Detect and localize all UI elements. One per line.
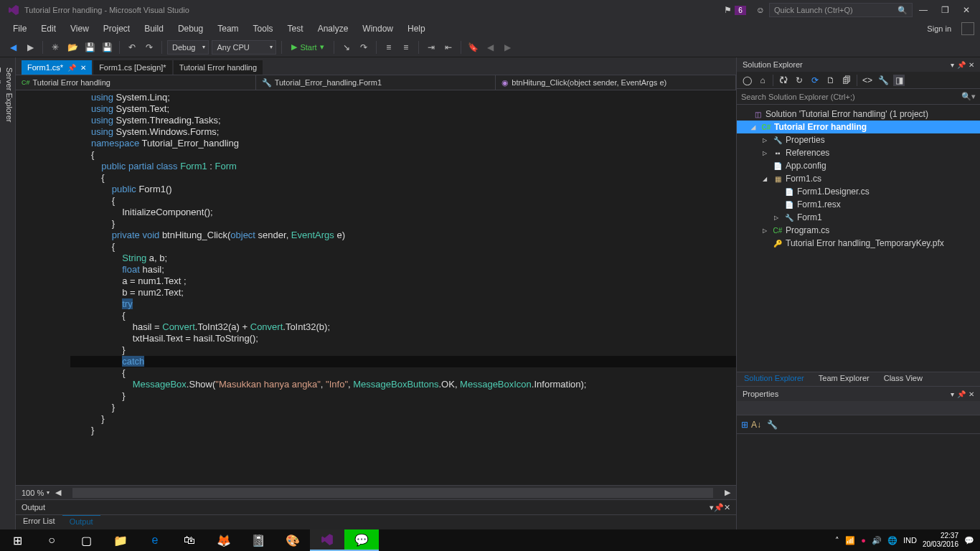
rail-tab-toolbox[interactable]: Toolbox bbox=[0, 62, 4, 525]
outdent-icon[interactable]: ⇤ bbox=[441, 40, 456, 55]
panel-tab[interactable]: Team Explorer bbox=[811, 372, 877, 386]
edge-icon[interactable]: e bbox=[138, 529, 172, 551]
doc-tab[interactable]: Form1.cs*📌✕ bbox=[22, 60, 92, 75]
indent-icon[interactable]: ⇥ bbox=[424, 40, 438, 55]
se-preview-icon[interactable]: ◨ bbox=[893, 75, 905, 86]
tempkey-node[interactable]: 🔑Tutorial Error handling_TemporaryKey.pf… bbox=[737, 237, 980, 250]
se-menu-icon[interactable]: ▾ bbox=[951, 61, 954, 69]
line-app-icon[interactable]: 💬 bbox=[344, 529, 379, 551]
file-explorer-icon[interactable]: 📁 bbox=[103, 529, 138, 551]
solution-tree[interactable]: ◫Solution 'Tutorial Error handling' (1 p… bbox=[737, 105, 980, 372]
prev-bookmark-icon[interactable]: ◀ bbox=[484, 40, 498, 55]
alphabetical-icon[interactable]: A↓ bbox=[751, 420, 761, 430]
properties-grid[interactable] bbox=[737, 434, 980, 529]
new-project-icon[interactable]: ✳ bbox=[48, 40, 62, 55]
nav-back-icon[interactable]: ◀ bbox=[6, 40, 20, 55]
references-node[interactable]: ▷▪▪References bbox=[737, 146, 980, 159]
uncomment-icon[interactable]: ≡ bbox=[399, 40, 413, 55]
scroll-left-icon[interactable]: ◀ bbox=[55, 488, 61, 497]
menu-tools[interactable]: Tools bbox=[246, 22, 281, 36]
properties-node[interactable]: ▷🔧Properties bbox=[737, 133, 980, 146]
redo-icon[interactable]: ↷ bbox=[142, 40, 156, 55]
bookmark-icon[interactable]: 🔖 bbox=[466, 40, 481, 55]
solution-explorer-search[interactable]: Search Solution Explorer (Ctrl+;) 🔍▾ bbox=[737, 89, 980, 105]
project-node[interactable]: ◢C#Tutorial Error handling bbox=[737, 121, 980, 133]
step-over-icon[interactable]: ↷ bbox=[357, 40, 371, 55]
start-menu-icon[interactable]: ⊞ bbox=[0, 529, 34, 551]
horizontal-scrollbar[interactable] bbox=[72, 488, 713, 498]
pin-icon[interactable]: 📌 bbox=[67, 64, 76, 72]
notepad-icon[interactable]: 📓 bbox=[241, 529, 275, 551]
menu-team[interactable]: Team bbox=[210, 22, 245, 36]
se-refresh-icon[interactable]: ↻ bbox=[793, 75, 805, 86]
menu-help[interactable]: Help bbox=[400, 22, 433, 36]
undo-icon[interactable]: ↶ bbox=[125, 40, 139, 55]
next-bookmark-icon[interactable]: ▶ bbox=[501, 40, 515, 55]
categorized-icon[interactable]: ⊞ bbox=[741, 420, 748, 430]
props-menu-icon[interactable]: ▾ bbox=[951, 390, 954, 398]
cortana-icon[interactable]: ○ bbox=[34, 529, 69, 551]
se-properties-icon[interactable]: 🔧 bbox=[877, 75, 889, 86]
se-home-icon[interactable]: ⌂ bbox=[757, 75, 768, 86]
close-tab-icon[interactable]: ✕ bbox=[80, 64, 86, 72]
props-pin-icon[interactable]: 📌 bbox=[957, 390, 966, 398]
se-code-icon[interactable]: <> bbox=[862, 75, 873, 86]
panel-tab[interactable]: Class View bbox=[877, 372, 930, 386]
form1-designer-node[interactable]: 📄Form1.Designer.cs bbox=[737, 185, 980, 198]
rail-tab-server-explorer[interactable]: Server Explorer bbox=[4, 62, 15, 525]
output-tab[interactable]: Error List bbox=[16, 515, 62, 529]
menu-debug[interactable]: Debug bbox=[171, 22, 210, 36]
doc-tab[interactable]: Tutorial Error handling bbox=[174, 60, 263, 75]
se-close-icon[interactable]: ✕ bbox=[969, 61, 974, 69]
se-pin-icon[interactable]: 📌 bbox=[957, 61, 966, 69]
output-pin-icon[interactable]: 📌 bbox=[714, 503, 724, 512]
se-sync-icon[interactable]: 🗘 bbox=[778, 75, 789, 86]
se-showall-icon[interactable]: 🗋 bbox=[825, 75, 837, 86]
store-icon[interactable]: 🛍 bbox=[172, 529, 207, 551]
form1-node[interactable]: ◢▦Form1.cs bbox=[737, 172, 980, 185]
menu-build[interactable]: Build bbox=[137, 22, 171, 36]
tray-app-icon[interactable]: ● bbox=[861, 536, 866, 545]
minimize-button[interactable]: — bbox=[913, 5, 934, 15]
step-into-icon[interactable]: ↘ bbox=[339, 40, 354, 55]
notification-flag-icon[interactable]: ⚑ bbox=[724, 5, 732, 15]
menu-view[interactable]: View bbox=[63, 22, 96, 36]
language-indicator[interactable]: IND bbox=[903, 536, 917, 545]
menu-file[interactable]: File bbox=[6, 22, 34, 36]
props-close-icon[interactable]: ✕ bbox=[969, 390, 974, 398]
menu-window[interactable]: Window bbox=[355, 22, 400, 36]
visual-studio-taskbar-icon[interactable] bbox=[310, 529, 344, 551]
wifi-icon[interactable]: 📶 bbox=[845, 536, 855, 545]
menu-project[interactable]: Project bbox=[96, 22, 137, 36]
save-all-icon[interactable]: 💾 bbox=[100, 40, 114, 55]
network-icon[interactable]: 🌐 bbox=[887, 536, 897, 545]
se-back-icon[interactable]: ◯ bbox=[741, 75, 753, 86]
menu-test[interactable]: Test bbox=[281, 22, 311, 36]
start-debug-button[interactable]: ▶ Start ▾ bbox=[287, 42, 328, 52]
form1-class-node[interactable]: ▷🔧Form1 bbox=[737, 211, 980, 224]
zoom-dropdown[interactable]: 100 % bbox=[22, 489, 44, 497]
system-clock[interactable]: 22:3720/03/2016 bbox=[923, 532, 958, 549]
appconfig-node[interactable]: 📄App.config bbox=[737, 159, 980, 172]
configuration-dropdown[interactable]: Debug bbox=[167, 40, 209, 55]
props-wrench-icon[interactable]: 🔧 bbox=[767, 420, 778, 430]
notification-count-badge[interactable]: 6 bbox=[735, 6, 746, 15]
comment-icon[interactable]: ≡ bbox=[382, 40, 396, 55]
avatar-icon[interactable] bbox=[961, 22, 974, 35]
paint-icon[interactable]: 🎨 bbox=[275, 529, 310, 551]
form1-resx-node[interactable]: 📄Form1.resx bbox=[737, 198, 980, 211]
nav-forward-icon[interactable]: ▶ bbox=[23, 40, 37, 55]
doc-tab[interactable]: Form1.cs [Design]* bbox=[93, 60, 172, 75]
code-editor[interactable]: using System.Linq; using System.Text; us… bbox=[16, 90, 736, 485]
task-view-icon[interactable]: ▢ bbox=[69, 529, 103, 551]
nav-project-dropdown[interactable]: C#Tutorial Error handling bbox=[16, 75, 256, 90]
menu-edit[interactable]: Edit bbox=[34, 22, 63, 36]
program-node[interactable]: ▷C#Program.cs bbox=[737, 224, 980, 237]
quick-launch-input[interactable]: Quick Launch (Ctrl+Q) 🔍 bbox=[769, 3, 913, 17]
volume-icon[interactable]: 🔊 bbox=[872, 536, 882, 545]
properties-object-dropdown[interactable] bbox=[737, 401, 980, 415]
feedback-icon[interactable]: ☺ bbox=[756, 5, 765, 15]
output-close-icon[interactable]: ✕ bbox=[724, 503, 730, 512]
close-button[interactable]: ✕ bbox=[956, 5, 977, 15]
se-copy-icon[interactable]: 🗐 bbox=[841, 75, 852, 86]
